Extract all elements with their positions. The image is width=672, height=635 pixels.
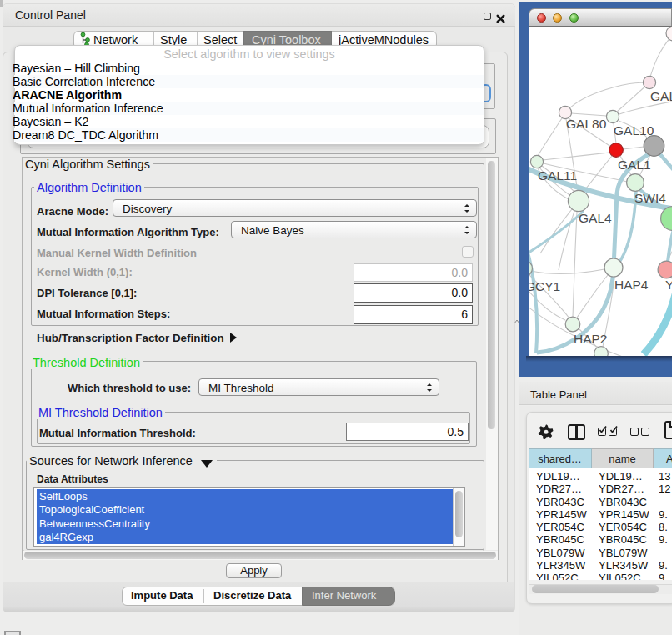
svg-text:YE: YE — [665, 278, 672, 292]
svg-text:GAL10: GAL10 — [614, 123, 654, 138]
svg-text:HAP4: HAP4 — [614, 278, 649, 292]
svg-text:GCY1: GCY1 — [529, 279, 560, 293]
svg-text:GAL80: GAL80 — [566, 117, 607, 131]
svg-text:GAL7: GAL7 — [650, 89, 672, 103]
svg-text:GAL11: GAL11 — [538, 168, 577, 182]
svg-text:GAL1: GAL1 — [618, 158, 651, 172]
svg-text:SWI4: SWI4 — [634, 191, 666, 205]
svg-text:GAL4: GAL4 — [579, 211, 612, 225]
svg-text:HAP2: HAP2 — [574, 332, 608, 346]
